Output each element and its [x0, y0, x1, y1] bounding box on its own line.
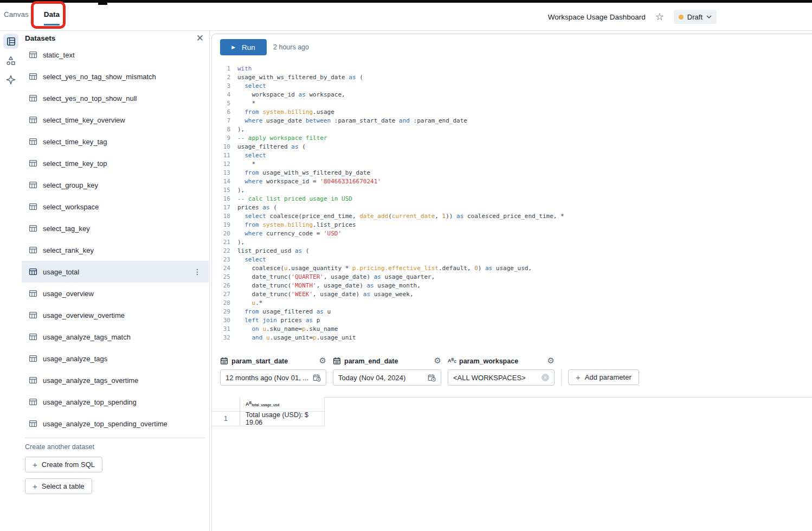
code-line-1: 1with: [212, 65, 807, 73]
dataset-list: static_textselect_yes_no_tag_show_mismat…: [22, 44, 209, 434]
dataset-item-usage_total[interactable]: usage_total⋮: [22, 261, 209, 283]
dataset-label: select_yes_no_top_show_null: [43, 94, 137, 103]
table-icon: [29, 224, 37, 233]
dataset-item-select_group_key[interactable]: select_group_key: [22, 174, 209, 196]
assistant-panel-icon[interactable]: [3, 72, 18, 87]
dataset-item-static_text[interactable]: static_text: [22, 44, 209, 66]
dataset-item-usage_overview[interactable]: usage_overview: [22, 283, 209, 304]
plus-icon: +: [33, 482, 37, 491]
header: Canvas Data Workspace Usage Dashboard ☆ …: [0, 3, 812, 31]
dataset-item-select_time_key_top[interactable]: select_time_key_top: [22, 152, 209, 174]
code-line-30: 30 left join prices as p: [212, 316, 807, 325]
parameter-input[interactable]: <ALL WORKSPACES>✕: [448, 369, 555, 386]
dataset-label: usage_overview_overtime: [43, 311, 125, 319]
gear-icon[interactable]: ⚙: [319, 357, 326, 365]
dataset-item-usage_overview_overtime[interactable]: usage_overview_overtime: [22, 304, 209, 326]
dataset-item-select_workspace[interactable]: select_workspace: [22, 196, 209, 217]
code-line-24: 24 coalesce(u.usage_quantity * p.pricing…: [212, 264, 807, 273]
table-icon: [29, 376, 37, 385]
dataset-label: usage_analyze_tags: [43, 355, 107, 363]
calendar-icon: [220, 357, 228, 365]
code-line-3: 3 select: [212, 82, 807, 91]
code-line-18: 18 select coalesce(price_end_time, date_…: [212, 212, 807, 221]
code-line-6: 6 from system.billing.usage: [212, 108, 807, 117]
divider: [561, 369, 562, 386]
chevron-down-icon: [706, 15, 712, 18]
dataset-item-usage_analyze_tags_overtime[interactable]: usage_analyze_tags_overtime: [22, 369, 209, 391]
dataset-item-usage_analyze_top_spending_overtime[interactable]: usage_analyze_top_spending_overtime: [22, 413, 209, 434]
play-icon: ▶: [231, 44, 235, 50]
gear-icon[interactable]: ⚙: [547, 357, 555, 365]
parameter-input[interactable]: 12 months ago (Nov 01, ...: [220, 369, 326, 386]
dataset-label: usage_total: [43, 268, 79, 276]
table-icon: [29, 50, 37, 59]
kebab-menu-icon[interactable]: ⋮: [194, 267, 201, 276]
calendar-icon: [333, 357, 341, 365]
select-a-table-button[interactable]: +Select a table: [25, 478, 92, 494]
draft-label: Draft: [687, 13, 703, 21]
code-line-11: 11 select: [212, 151, 807, 160]
top-black-bar: [0, 0, 812, 3]
code-line-10: 10usage_filtered as (: [212, 143, 807, 151]
dataset-label: usage_analyze_tags_overtime: [43, 376, 138, 385]
dashboard-title: Workspace Usage Dashboard: [548, 13, 646, 21]
dataset-label: usage_overview: [43, 290, 94, 298]
code-line-20: 20 where currency_code = 'USD': [212, 229, 807, 238]
parameter-name: param_start_date: [231, 357, 316, 365]
parameter-name: param_workspace: [459, 357, 544, 365]
abc-type-icon: ABtotal_usage_usd: [246, 402, 254, 407]
column-header-total_usage_usd[interactable]: ABtotal_usage_usd: [240, 397, 325, 412]
table-icon: [29, 398, 37, 406]
dataset-label: usage_analyze_top_spending_overtime: [43, 420, 167, 428]
tab-data[interactable]: Data: [44, 10, 60, 25]
table-icon: [29, 267, 37, 276]
parameter-param_start_date: param_start_date⚙12 months ago (Nov 01, …: [220, 355, 326, 386]
last-run-timestamp: 2 hours ago: [273, 43, 309, 51]
table-icon: [29, 181, 37, 189]
code-line-22: 22list_priced_usd as (: [212, 247, 807, 255]
dataset-label: select_group_key: [43, 181, 98, 189]
code-line-9: 9-- apply workspace filter: [212, 134, 807, 143]
results-table: ABtotal_usage_usd1Total usage (USD): $ 1…: [212, 397, 325, 426]
code-line-7: 7 where usage_date between :param_start_…: [212, 117, 807, 125]
sql-code-editor[interactable]: 1with2usage_with_ws_filtered_by_date as …: [212, 65, 807, 342]
parameter-input[interactable]: Today (Nov 04, 2024): [333, 369, 441, 386]
tab-canvas[interactable]: Canvas: [4, 10, 29, 25]
dataset-label: select_tag_key: [43, 225, 90, 233]
table-icon: [29, 289, 37, 298]
dataset-item-select_time_key_tag[interactable]: select_time_key_tag: [22, 131, 209, 152]
dataset-item-usage_analyze_tags[interactable]: usage_analyze_tags: [22, 348, 209, 369]
close-icon[interactable]: ✕: [196, 33, 204, 43]
datasets-panel-icon[interactable]: [3, 34, 18, 49]
table-icon: [29, 332, 37, 341]
dataset-item-usage_analyze_tags_match[interactable]: usage_analyze_tags_match: [22, 326, 209, 348]
clear-icon[interactable]: ✕: [542, 374, 549, 381]
calendar-picker-icon[interactable]: [313, 374, 321, 382]
dataset-label: usage_analyze_top_spending: [43, 398, 137, 406]
code-line-12: 12 *: [212, 160, 807, 169]
dataset-item-usage_analyze_top_spending[interactable]: usage_analyze_top_spending: [22, 391, 209, 413]
dataset-item-select_yes_no_top_show_null[interactable]: select_yes_no_top_show_null: [22, 87, 209, 109]
code-line-26: 26 date_trunc('MONTH', usage_date) as us…: [212, 282, 807, 290]
create-dataset-label: Create another dataset: [25, 443, 205, 451]
code-line-2: 2usage_with_ws_filtered_by_date as (: [212, 73, 807, 82]
code-line-15: 15),: [212, 186, 807, 195]
parameters-row: param_start_date⚙12 months ago (Nov 01, …: [220, 355, 639, 386]
create-from-sql-button[interactable]: +Create from SQL: [25, 457, 102, 472]
calendar-picker-icon[interactable]: [428, 374, 436, 382]
dataset-item-select_tag_key[interactable]: select_tag_key: [22, 217, 209, 239]
dataset-item-select_yes_no_tag_show_mismatch[interactable]: select_yes_no_tag_show_mismatch: [22, 66, 209, 87]
dataset-label: static_text: [43, 51, 75, 59]
add-parameter-button[interactable]: +Add parameter: [568, 369, 639, 385]
dataset-item-select_time_key_overview[interactable]: select_time_key_overview: [22, 109, 209, 131]
table-icon: [29, 72, 37, 81]
code-line-4: 4 workspace_id as workspace,: [212, 91, 807, 99]
code-line-14: 14 where workspace_id = '804663316670241…: [212, 177, 807, 186]
favorite-star-icon[interactable]: ☆: [655, 12, 664, 22]
publish-status-dropdown[interactable]: Draft: [674, 10, 717, 24]
run-button[interactable]: ▶ Run: [220, 39, 267, 55]
dataset-item-select_rank_key[interactable]: select_rank_key: [22, 239, 209, 261]
lineage-panel-icon[interactable]: [3, 53, 18, 68]
gear-icon[interactable]: ⚙: [434, 357, 441, 365]
datasets-panel: Datasets ✕ static_textselect_yes_no_tag_…: [22, 31, 210, 531]
